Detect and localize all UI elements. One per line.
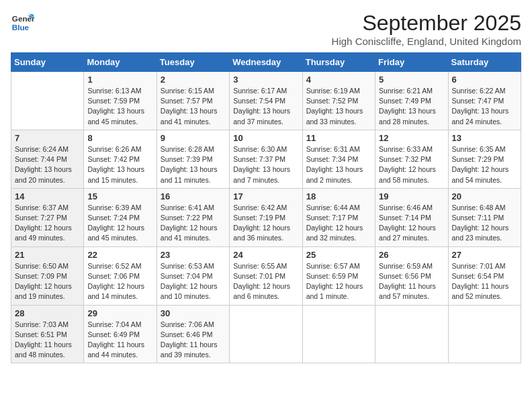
calendar-cell: 27Sunrise: 7:01 AM Sunset: 6:54 PM Dayli…: [448, 246, 521, 305]
day-info: Sunrise: 7:04 AM Sunset: 6:49 PM Dayligh…: [87, 320, 152, 361]
day-number: 19: [379, 191, 444, 201]
calendar-cell: 25Sunrise: 6:57 AM Sunset: 6:59 PM Dayli…: [302, 246, 375, 305]
day-number: 12: [379, 133, 444, 143]
calendar-cell: [375, 305, 448, 363]
day-info: Sunrise: 6:33 AM Sunset: 7:32 PM Dayligh…: [379, 144, 444, 185]
day-info: Sunrise: 6:57 AM Sunset: 6:59 PM Dayligh…: [306, 261, 371, 302]
day-info: Sunrise: 6:42 AM Sunset: 7:19 PM Dayligh…: [233, 203, 298, 244]
day-info: Sunrise: 7:03 AM Sunset: 6:51 PM Dayligh…: [15, 320, 80, 361]
header-day-thursday: Thursday: [302, 53, 375, 72]
calendar-cell: 2Sunrise: 6:15 AM Sunset: 7:57 PM Daylig…: [157, 72, 229, 130]
day-number: 30: [161, 308, 226, 318]
calendar-subtitle: High Coniscliffe, England, United Kingdo…: [332, 36, 521, 47]
day-number: 3: [233, 75, 298, 85]
calendar-cell: 21Sunrise: 6:50 AM Sunset: 7:09 PM Dayli…: [11, 246, 84, 305]
calendar-cell: 7Sunrise: 6:24 AM Sunset: 7:44 PM Daylig…: [11, 130, 84, 188]
day-number: 24: [233, 250, 298, 260]
day-number: 5: [379, 75, 444, 85]
day-number: 17: [233, 191, 298, 201]
calendar-cell: 10Sunrise: 6:30 AM Sunset: 7:37 PM Dayli…: [230, 130, 302, 188]
day-number: 4: [306, 75, 371, 85]
day-number: 25: [306, 250, 371, 260]
calendar-cell: 11Sunrise: 6:31 AM Sunset: 7:34 PM Dayli…: [302, 130, 375, 188]
logo-icon: General Blue: [11, 11, 35, 35]
calendar-cell: 5Sunrise: 6:21 AM Sunset: 7:49 PM Daylig…: [375, 72, 448, 130]
day-info: Sunrise: 6:52 AM Sunset: 7:06 PM Dayligh…: [87, 261, 152, 302]
day-info: Sunrise: 6:50 AM Sunset: 7:09 PM Dayligh…: [15, 261, 80, 302]
calendar-cell: 18Sunrise: 6:44 AM Sunset: 7:17 PM Dayli…: [302, 188, 375, 246]
day-info: Sunrise: 6:31 AM Sunset: 7:34 PM Dayligh…: [306, 144, 371, 185]
calendar-cell: 16Sunrise: 6:41 AM Sunset: 7:22 PM Dayli…: [157, 188, 229, 246]
title-block: September 2025 High Coniscliffe, England…: [332, 11, 521, 47]
week-row-3: 14Sunrise: 6:37 AM Sunset: 7:27 PM Dayli…: [11, 188, 521, 246]
week-row-1: 1Sunrise: 6:13 AM Sunset: 7:59 PM Daylig…: [11, 72, 521, 130]
calendar-cell: 22Sunrise: 6:52 AM Sunset: 7:06 PM Dayli…: [84, 246, 157, 305]
svg-text:Blue: Blue: [12, 23, 30, 32]
day-number: 22: [87, 250, 152, 260]
day-info: Sunrise: 6:55 AM Sunset: 7:01 PM Dayligh…: [233, 261, 298, 302]
header-day-wednesday: Wednesday: [230, 53, 302, 72]
day-number: 18: [306, 191, 371, 201]
day-info: Sunrise: 7:01 AM Sunset: 6:54 PM Dayligh…: [452, 261, 517, 302]
day-number: 11: [306, 133, 371, 143]
day-info: Sunrise: 6:15 AM Sunset: 7:57 PM Dayligh…: [161, 86, 226, 127]
day-info: Sunrise: 6:24 AM Sunset: 7:44 PM Dayligh…: [15, 144, 80, 185]
day-number: 26: [379, 250, 444, 260]
calendar-cell: 8Sunrise: 6:26 AM Sunset: 7:42 PM Daylig…: [84, 130, 157, 188]
day-info: Sunrise: 6:53 AM Sunset: 7:04 PM Dayligh…: [161, 261, 226, 302]
day-info: Sunrise: 6:39 AM Sunset: 7:24 PM Dayligh…: [87, 203, 152, 244]
week-row-2: 7Sunrise: 6:24 AM Sunset: 7:44 PM Daylig…: [11, 130, 521, 188]
day-info: Sunrise: 6:21 AM Sunset: 7:49 PM Dayligh…: [379, 86, 444, 127]
calendar-cell: [302, 305, 375, 363]
day-info: Sunrise: 6:30 AM Sunset: 7:37 PM Dayligh…: [233, 144, 298, 185]
day-info: Sunrise: 6:46 AM Sunset: 7:14 PM Dayligh…: [379, 203, 444, 244]
logo: General Blue: [11, 11, 35, 35]
calendar-cell: [448, 305, 521, 363]
day-number: 20: [452, 191, 517, 201]
day-info: Sunrise: 6:41 AM Sunset: 7:22 PM Dayligh…: [161, 203, 226, 244]
day-info: Sunrise: 6:59 AM Sunset: 6:56 PM Dayligh…: [379, 261, 444, 302]
day-number: 6: [452, 75, 517, 85]
day-info: Sunrise: 6:17 AM Sunset: 7:54 PM Dayligh…: [233, 86, 298, 127]
calendar-cell: 30Sunrise: 7:06 AM Sunset: 6:46 PM Dayli…: [157, 305, 229, 363]
day-info: Sunrise: 6:44 AM Sunset: 7:17 PM Dayligh…: [306, 203, 371, 244]
day-number: 27: [452, 250, 517, 260]
day-info: Sunrise: 6:26 AM Sunset: 7:42 PM Dayligh…: [87, 144, 152, 185]
calendar-cell: [230, 305, 302, 363]
day-number: 21: [15, 250, 80, 260]
day-number: 28: [15, 308, 80, 318]
calendar-cell: 20Sunrise: 6:48 AM Sunset: 7:11 PM Dayli…: [448, 188, 521, 246]
day-info: Sunrise: 6:48 AM Sunset: 7:11 PM Dayligh…: [452, 203, 517, 244]
header-day-sunday: Sunday: [11, 53, 84, 72]
calendar-cell: 17Sunrise: 6:42 AM Sunset: 7:19 PM Dayli…: [230, 188, 302, 246]
calendar-cell: 4Sunrise: 6:19 AM Sunset: 7:52 PM Daylig…: [302, 72, 375, 130]
day-number: 2: [161, 75, 226, 85]
calendar-cell: [11, 72, 84, 130]
calendar-cell: 13Sunrise: 6:35 AM Sunset: 7:29 PM Dayli…: [448, 130, 521, 188]
header-day-friday: Friday: [375, 53, 448, 72]
calendar-cell: 26Sunrise: 6:59 AM Sunset: 6:56 PM Dayli…: [375, 246, 448, 305]
calendar-cell: 6Sunrise: 6:22 AM Sunset: 7:47 PM Daylig…: [448, 72, 521, 130]
calendar-cell: 29Sunrise: 7:04 AM Sunset: 6:49 PM Dayli…: [84, 305, 157, 363]
day-info: Sunrise: 6:28 AM Sunset: 7:39 PM Dayligh…: [161, 144, 226, 185]
day-info: Sunrise: 6:37 AM Sunset: 7:27 PM Dayligh…: [15, 203, 80, 244]
calendar-cell: 23Sunrise: 6:53 AM Sunset: 7:04 PM Dayli…: [157, 246, 229, 305]
day-number: 7: [15, 133, 80, 143]
header-day-monday: Monday: [84, 53, 157, 72]
day-number: 23: [161, 250, 226, 260]
day-number: 1: [87, 75, 152, 85]
page-header: General Blue September 2025 High Coniscl…: [11, 11, 521, 47]
calendar-cell: 12Sunrise: 6:33 AM Sunset: 7:32 PM Dayli…: [375, 130, 448, 188]
day-info: Sunrise: 6:35 AM Sunset: 7:29 PM Dayligh…: [452, 144, 517, 185]
header-day-tuesday: Tuesday: [157, 53, 229, 72]
day-number: 15: [87, 191, 152, 201]
day-number: 14: [15, 191, 80, 201]
calendar-cell: 19Sunrise: 6:46 AM Sunset: 7:14 PM Dayli…: [375, 188, 448, 246]
calendar-cell: 9Sunrise: 6:28 AM Sunset: 7:39 PM Daylig…: [157, 130, 229, 188]
day-number: 9: [161, 133, 226, 143]
day-info: Sunrise: 6:13 AM Sunset: 7:59 PM Dayligh…: [87, 86, 152, 127]
week-row-4: 21Sunrise: 6:50 AM Sunset: 7:09 PM Dayli…: [11, 246, 521, 305]
day-number: 29: [87, 308, 152, 318]
days-header-row: SundayMondayTuesdayWednesdayThursdayFrid…: [11, 53, 521, 72]
calendar-cell: 15Sunrise: 6:39 AM Sunset: 7:24 PM Dayli…: [84, 188, 157, 246]
